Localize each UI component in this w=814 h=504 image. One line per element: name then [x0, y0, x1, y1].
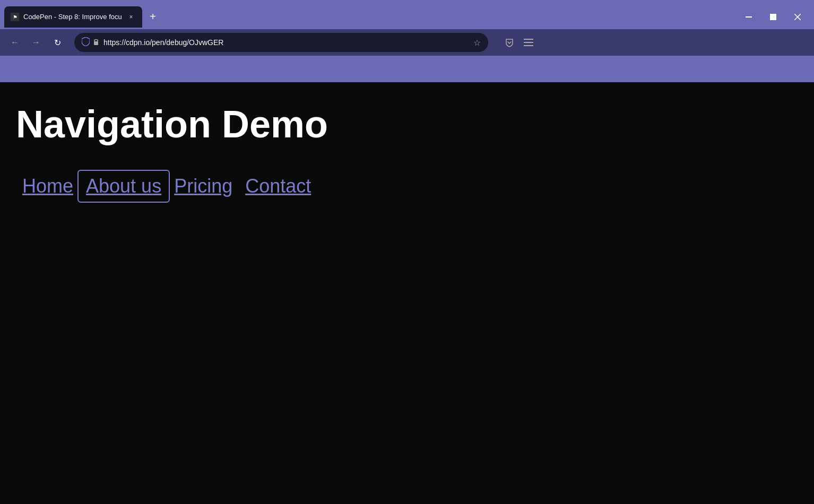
svg-rect-8: [524, 42, 533, 43]
nav-right-controls: [501, 34, 537, 51]
nav-link-pricing[interactable]: Pricing: [168, 172, 239, 201]
svg-text:⚑: ⚑: [13, 14, 18, 20]
address-bar-container: https://cdpn.io/pen/debug/OJvwGER ☆: [74, 33, 488, 52]
nav-link-about[interactable]: About us: [80, 172, 168, 201]
svg-rect-6: [94, 41, 98, 45]
address-bar-icons: [82, 37, 99, 48]
svg-rect-9: [524, 45, 533, 46]
browser-chrome: ⚑ CodePen - Step 8: Improve focu × +: [0, 0, 814, 82]
nav-link-contact[interactable]: Contact: [239, 172, 317, 201]
url-input[interactable]: https://cdpn.io/pen/debug/OJvwGER: [103, 38, 469, 47]
minimize-button[interactable]: [737, 2, 761, 31]
nav-links: Home About us Pricing Contact: [16, 172, 798, 201]
forward-button[interactable]: →: [28, 34, 45, 51]
tab-bar: ⚑ CodePen - Step 8: Improve focu × +: [0, 0, 814, 29]
back-button[interactable]: ←: [6, 34, 23, 51]
browser-tab[interactable]: ⚑ CodePen - Step 8: Improve focu ×: [4, 6, 142, 28]
maximize-button[interactable]: [761, 2, 785, 31]
new-tab-button[interactable]: +: [144, 8, 161, 25]
page-title: Navigation Demo: [16, 103, 798, 145]
close-window-button[interactable]: [785, 2, 810, 31]
tab-title: CodePen - Step 8: Improve focu: [23, 13, 122, 21]
navigation-bar: ← → ↻: [0, 29, 814, 56]
bookmark-icon[interactable]: ☆: [473, 38, 481, 48]
svg-rect-7: [524, 39, 533, 40]
svg-rect-2: [746, 16, 752, 18]
window-controls: [737, 2, 810, 31]
svg-rect-3: [770, 14, 776, 20]
lock-icon: [93, 38, 99, 47]
tab-close-button[interactable]: ×: [126, 12, 136, 22]
pocket-button[interactable]: [501, 34, 518, 51]
shield-icon: [82, 37, 90, 48]
tab-favicon-icon: ⚑: [11, 13, 19, 21]
nav-link-home[interactable]: Home: [16, 172, 80, 201]
page-content: Navigation Demo Home About us Pricing Co…: [0, 82, 814, 504]
menu-button[interactable]: [520, 34, 537, 51]
address-bar[interactable]: https://cdpn.io/pen/debug/OJvwGER ☆: [74, 33, 488, 52]
reload-button[interactable]: ↻: [49, 34, 66, 51]
